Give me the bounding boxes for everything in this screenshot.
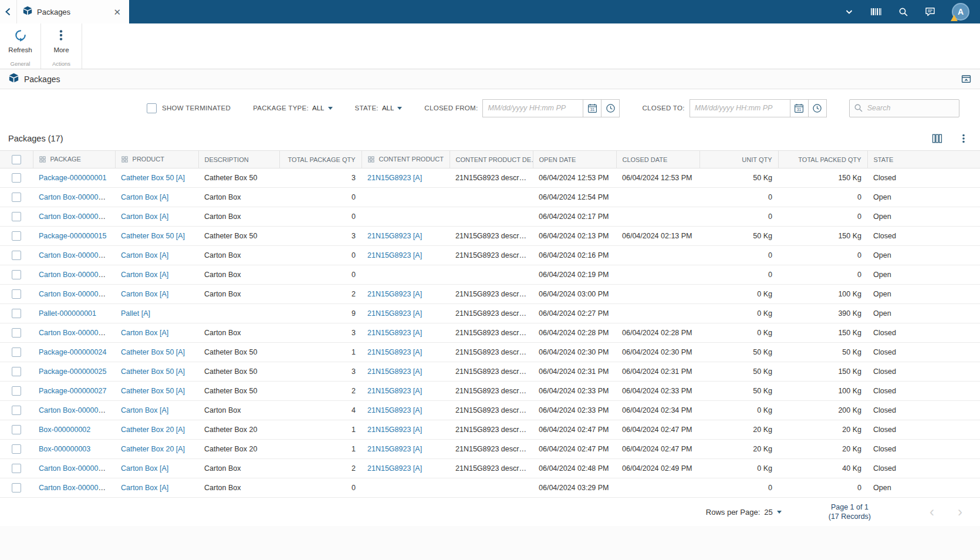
- closed-to-input[interactable]: [690, 99, 790, 117]
- closed-from-input[interactable]: [482, 99, 583, 117]
- row-checkbox[interactable]: [12, 193, 21, 202]
- package-link[interactable]: Carton Box-00000001: [39, 406, 110, 414]
- state-dropdown[interactable]: STATE: ALL: [355, 104, 403, 112]
- package-link[interactable]: Package-000000015: [39, 232, 106, 240]
- row-checkbox[interactable]: [12, 231, 21, 241]
- row-checkbox[interactable]: [12, 328, 21, 338]
- col-content-product[interactable]: CONTENT PRODUCT: [361, 151, 450, 168]
- row-checkbox[interactable]: [12, 173, 21, 183]
- next-page-icon[interactable]: ›: [958, 505, 962, 519]
- row-checkbox[interactable]: [12, 309, 21, 318]
- content-product-link[interactable]: 21N15G8923 [A]: [367, 251, 422, 259]
- back-icon[interactable]: [0, 7, 16, 16]
- product-link[interactable]: Catheter Box 50 [A]: [121, 232, 185, 240]
- avatar[interactable]: A: [952, 3, 969, 21]
- row-checkbox[interactable]: [12, 406, 21, 415]
- row-checkbox[interactable]: [12, 483, 21, 492]
- package-type-dropdown[interactable]: PACKAGE TYPE: ALL: [253, 104, 332, 112]
- row-checkbox[interactable]: [12, 348, 21, 357]
- row-checkbox[interactable]: [12, 425, 21, 434]
- content-product-link[interactable]: 21N15G8923 [A]: [367, 367, 422, 376]
- grid-menu-kebab-icon[interactable]: [959, 133, 968, 144]
- product-link[interactable]: Carton Box [A]: [121, 193, 168, 201]
- product-link[interactable]: Catheter Box 20 [A]: [121, 426, 185, 434]
- package-link[interactable]: Carton Box-00000000: [39, 212, 110, 221]
- content-product-link[interactable]: 21N15G8923 [A]: [367, 348, 422, 356]
- content-product-link[interactable]: 21N15G8923 [A]: [367, 406, 422, 414]
- product-link[interactable]: Carton Box [A]: [121, 464, 168, 473]
- select-all-checkbox[interactable]: [12, 155, 21, 164]
- col-open-date[interactable]: OPEN DATE: [533, 151, 616, 168]
- product-link[interactable]: Carton Box [A]: [121, 251, 168, 259]
- row-checkbox[interactable]: [12, 251, 21, 260]
- package-link[interactable]: Carton Box-00000001: [39, 484, 110, 492]
- rows-per-page-dropdown[interactable]: Rows per Page:25: [706, 508, 782, 517]
- package-link[interactable]: Box-000000003: [39, 445, 90, 453]
- col-unit-qty[interactable]: UNIT QTY: [699, 151, 778, 168]
- product-link[interactable]: Pallet [A]: [121, 309, 150, 318]
- product-link[interactable]: Carton Box [A]: [121, 329, 168, 337]
- search-icon[interactable]: [898, 7, 908, 17]
- product-link[interactable]: Carton Box [A]: [121, 484, 168, 492]
- package-link[interactable]: Carton Box-00000001: [39, 464, 110, 473]
- package-link[interactable]: Package-000000024: [39, 348, 106, 356]
- col-state[interactable]: STATE: [867, 151, 980, 168]
- prev-page-icon[interactable]: ‹: [930, 505, 934, 519]
- row-checkbox[interactable]: [12, 464, 21, 473]
- content-product-link[interactable]: 21N15G8923 [A]: [367, 426, 422, 434]
- barcode-scan-icon[interactable]: [870, 7, 882, 16]
- collapse-panel-icon[interactable]: [961, 74, 971, 84]
- package-link[interactable]: Carton Box-00000000: [39, 251, 110, 259]
- package-link[interactable]: Package-000000027: [39, 387, 106, 395]
- content-product-link[interactable]: 21N15G8923 [A]: [367, 329, 422, 337]
- row-checkbox[interactable]: [12, 289, 21, 299]
- chevron-down-icon[interactable]: [844, 7, 854, 16]
- col-closed-date[interactable]: CLOSED DATE: [616, 151, 699, 168]
- tab-close-icon[interactable]: ✕: [111, 6, 123, 18]
- product-link[interactable]: Carton Box [A]: [121, 290, 168, 298]
- package-link[interactable]: Box-000000002: [39, 426, 90, 434]
- col-description[interactable]: DESCRIPTION: [198, 151, 279, 168]
- package-link[interactable]: Carton Box-00000000: [39, 329, 110, 337]
- chat-icon[interactable]: [925, 6, 935, 17]
- product-link[interactable]: Catheter Box 20 [A]: [121, 445, 185, 453]
- product-link[interactable]: Carton Box [A]: [121, 271, 168, 279]
- col-package[interactable]: PACKAGE: [33, 151, 115, 168]
- calendar-icon[interactable]: 31: [583, 99, 601, 117]
- package-link[interactable]: Pallet-000000001: [39, 309, 96, 318]
- clock-icon[interactable]: [601, 99, 620, 117]
- row-checkbox[interactable]: [12, 444, 21, 454]
- package-link[interactable]: Carton Box-00000000: [39, 193, 110, 201]
- tab-packages[interactable]: Packages ✕: [16, 0, 129, 23]
- col-total-packed-qty[interactable]: TOTAL PACKED QTY: [778, 151, 867, 168]
- product-link[interactable]: Catheter Box 50 [A]: [121, 387, 185, 395]
- col-total-package-qty[interactable]: TOTAL PACKAGE QTY: [279, 151, 361, 168]
- package-link[interactable]: Package-000000025: [39, 367, 106, 376]
- more-button[interactable]: More: [53, 29, 69, 53]
- clock-icon[interactable]: [808, 99, 827, 117]
- search-input[interactable]: [849, 99, 959, 117]
- content-product-link[interactable]: 21N15G8923 [A]: [367, 445, 422, 453]
- product-link[interactable]: Catheter Box 50 [A]: [121, 348, 185, 356]
- content-product-link[interactable]: 21N15G8923 [A]: [367, 464, 422, 473]
- row-checkbox[interactable]: [12, 270, 21, 279]
- product-link[interactable]: Carton Box [A]: [121, 212, 168, 221]
- product-link[interactable]: Catheter Box 50 [A]: [121, 174, 185, 182]
- package-link[interactable]: Package-000000001: [39, 174, 106, 182]
- row-checkbox[interactable]: [12, 367, 21, 376]
- column-chooser-icon[interactable]: [932, 133, 942, 144]
- package-link[interactable]: Carton Box-00000000: [39, 271, 110, 279]
- row-checkbox[interactable]: [12, 386, 21, 396]
- content-product-link[interactable]: 21N15G8923 [A]: [367, 309, 422, 318]
- content-product-link[interactable]: 21N15G8923 [A]: [367, 290, 422, 298]
- row-checkbox[interactable]: [12, 212, 21, 221]
- col-content-product-desc[interactable]: CONTENT PRODUCT DE…: [450, 151, 533, 168]
- content-product-link[interactable]: 21N15G8923 [A]: [367, 387, 422, 395]
- col-product[interactable]: PRODUCT: [115, 151, 198, 168]
- package-link[interactable]: Carton Box-00000000: [39, 290, 110, 298]
- product-link[interactable]: Catheter Box 50 [A]: [121, 367, 185, 376]
- calendar-icon[interactable]: 31: [790, 99, 809, 117]
- product-link[interactable]: Carton Box [A]: [121, 406, 168, 414]
- content-product-link[interactable]: 21N15G8923 [A]: [367, 232, 422, 240]
- refresh-button[interactable]: Refresh: [8, 29, 32, 53]
